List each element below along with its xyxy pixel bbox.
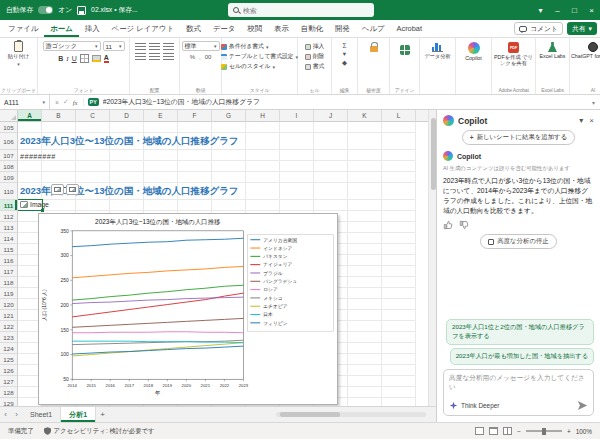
row-header-110[interactable]: 110 bbox=[0, 183, 18, 200]
ribbon-tab-挿入[interactable]: 挿入 bbox=[79, 20, 106, 37]
align-center-button[interactable] bbox=[149, 53, 160, 61]
paste-button[interactable]: 貼り付け ▾ bbox=[8, 41, 29, 67]
thumbs-up-icon[interactable] bbox=[443, 220, 453, 230]
column-header-D[interactable]: D bbox=[110, 110, 144, 122]
copilot-suggestion-1[interactable]: 2023年人口1位と2位の国・地域の人口推移グラフを表示する bbox=[446, 319, 594, 345]
send-button[interactable] bbox=[577, 400, 588, 411]
cell-A106[interactable]: 2023年人口3位〜13位の国・地域の人口推移グラフ bbox=[20, 135, 239, 148]
format-cells-button[interactable]: 書式 bbox=[305, 62, 325, 71]
zoom-slider-knob[interactable] bbox=[542, 428, 546, 435]
column-header-M[interactable]: M bbox=[416, 110, 428, 122]
data-analysis-button[interactable]: データ分析 bbox=[424, 42, 451, 59]
sheet-tab-Sheet1[interactable]: Sheet1 bbox=[22, 407, 61, 422]
formula-input[interactable]: #2023年人口3位~13位の国・地域の人口推移グラフ bbox=[103, 97, 587, 107]
column-header-B[interactable]: B bbox=[42, 110, 76, 122]
column-header-K[interactable]: K bbox=[348, 110, 382, 122]
number-format-select[interactable]: 標準▾ bbox=[182, 41, 220, 51]
pane-chevron-down-icon[interactable]: ▾ bbox=[579, 116, 583, 125]
sensitivity-button[interactable] bbox=[370, 42, 378, 52]
sheet-nav-left-icon[interactable]: ‹ bbox=[0, 407, 11, 422]
name-box[interactable]: A111 ▾ bbox=[0, 95, 50, 110]
row-header-111[interactable]: 111 bbox=[0, 200, 18, 211]
ribbon-tab-ページ レイアウト[interactable]: ページ レイアウト bbox=[106, 20, 180, 37]
column-header-F[interactable]: F bbox=[178, 110, 212, 122]
row-header-129[interactable]: 129 bbox=[0, 398, 18, 406]
delete-cells-button[interactable]: 削除 bbox=[305, 52, 325, 61]
cell-A111[interactable]: Image bbox=[20, 201, 49, 208]
row-header-115[interactable]: 115 bbox=[0, 244, 18, 255]
stop-advanced-analysis-button[interactable]: 高度な分析の停止 bbox=[480, 234, 556, 249]
column-header-L[interactable]: L bbox=[382, 110, 416, 122]
copilot-suggestion-2[interactable]: 2023年人口が最も増加した国・地域を抽出する bbox=[450, 348, 594, 365]
percent-button[interactable]: % bbox=[190, 54, 195, 60]
conditional-formatting-button[interactable]: 条件付き書式▾ bbox=[221, 42, 298, 51]
underline-button[interactable]: U bbox=[72, 55, 77, 62]
cell-styles-button[interactable]: セルのスタイル▾ bbox=[221, 62, 298, 71]
grid-row-111[interactable] bbox=[18, 200, 416, 211]
row-header-120[interactable]: 120 bbox=[0, 299, 18, 310]
maximize-button[interactable]: □ bbox=[566, 0, 583, 20]
ribbon-tab-数式[interactable]: 数式 bbox=[180, 20, 207, 37]
column-header-G[interactable]: G bbox=[212, 110, 246, 122]
row-header-125[interactable]: 125 bbox=[0, 354, 18, 365]
ribbon-tab-ヘルプ[interactable]: ヘルプ bbox=[356, 20, 391, 37]
row-header-113[interactable]: 113 bbox=[0, 222, 18, 233]
add-results-to-sheet-button[interactable]: + 新しいシートに結果を追加する bbox=[462, 130, 575, 145]
page-layout-view-button[interactable] bbox=[489, 427, 498, 435]
row-header-122[interactable]: 122 bbox=[0, 321, 18, 332]
row-header-116[interactable]: 116 bbox=[0, 255, 18, 266]
row-header-119[interactable]: 119 bbox=[0, 288, 18, 299]
thumbs-down-icon[interactable] bbox=[459, 220, 469, 230]
embedded-chart[interactable]: 2023年人口3位~13位の国・地域の人口推移50100150200250300… bbox=[38, 213, 338, 405]
grid-row-105[interactable] bbox=[18, 122, 416, 133]
grid-row-108[interactable] bbox=[18, 161, 416, 172]
font-color-button[interactable]: A bbox=[104, 54, 109, 63]
row-header-123[interactable]: 123 bbox=[0, 332, 18, 343]
vertical-scrollbar-thumb[interactable] bbox=[431, 118, 436, 190]
new-sheet-button[interactable]: + bbox=[96, 407, 109, 422]
ribbon-tab-ファイル[interactable]: ファイル bbox=[2, 20, 44, 37]
ribbon-options-icon[interactable]: ▾ bbox=[532, 0, 549, 20]
row-header-105[interactable]: 105 bbox=[0, 122, 18, 133]
cancel-icon[interactable]: × bbox=[55, 99, 59, 106]
horizontal-scrollbar[interactable] bbox=[276, 412, 426, 417]
grid-row-107[interactable] bbox=[18, 150, 416, 161]
formula-bar-expand-icon[interactable]: ▾ bbox=[587, 99, 600, 106]
select-all-corner[interactable] bbox=[0, 110, 18, 122]
zoom-slider[interactable] bbox=[526, 430, 562, 432]
sheet-nav-right-icon[interactable]: › bbox=[11, 407, 22, 422]
bold-button[interactable]: B bbox=[58, 55, 63, 62]
copilot-input[interactable] bbox=[449, 374, 588, 398]
row-header-118[interactable]: 118 bbox=[0, 277, 18, 288]
copilot-input-card[interactable]: Think Deeper bbox=[443, 369, 594, 416]
vertical-scrollbar[interactable] bbox=[428, 110, 436, 406]
zoom-in-button[interactable]: + bbox=[567, 428, 571, 435]
save-icon[interactable] bbox=[77, 6, 86, 15]
display-plot-over-cells-button[interactable] bbox=[51, 184, 64, 195]
align-bottom-button[interactable] bbox=[163, 43, 174, 51]
fill-button[interactable]: ▾ bbox=[342, 50, 347, 58]
align-middle-button[interactable] bbox=[149, 43, 160, 51]
grid-area[interactable]: 2023年人口3位~13位の国・地域の人口推移50100150200250300… bbox=[18, 122, 428, 406]
share-button[interactable]: 共有 ▾ bbox=[567, 22, 597, 35]
create-reference-button[interactable] bbox=[66, 184, 79, 195]
column-header-I[interactable]: I bbox=[280, 110, 314, 122]
ribbon-tab-自動化[interactable]: 自動化 bbox=[295, 20, 329, 37]
zoom-out-button[interactable]: − bbox=[517, 428, 521, 435]
clear-button[interactable]: ◆ bbox=[342, 59, 347, 67]
format-as-table-button[interactable]: テーブルとして書式設定▾ bbox=[221, 52, 298, 61]
minimize-button[interactable]: – bbox=[549, 0, 566, 20]
font-size-select[interactable]: 11▾ bbox=[103, 41, 125, 51]
borders-button[interactable] bbox=[80, 54, 89, 63]
sheet-tab-分析1[interactable]: 分析1 bbox=[61, 407, 96, 422]
think-deeper-toggle[interactable]: Think Deeper bbox=[461, 402, 499, 409]
zoom-level[interactable]: 100% bbox=[576, 428, 592, 435]
normal-view-button[interactable] bbox=[475, 427, 484, 435]
row-header-117[interactable]: 117 bbox=[0, 266, 18, 277]
align-right-button[interactable] bbox=[163, 53, 174, 61]
column-header-J[interactable]: J bbox=[314, 110, 348, 122]
search-box[interactable] bbox=[228, 3, 374, 17]
fill-color-button[interactable] bbox=[92, 55, 101, 62]
column-header-H[interactable]: H bbox=[246, 110, 280, 122]
autosave-toggle[interactable] bbox=[38, 6, 53, 14]
